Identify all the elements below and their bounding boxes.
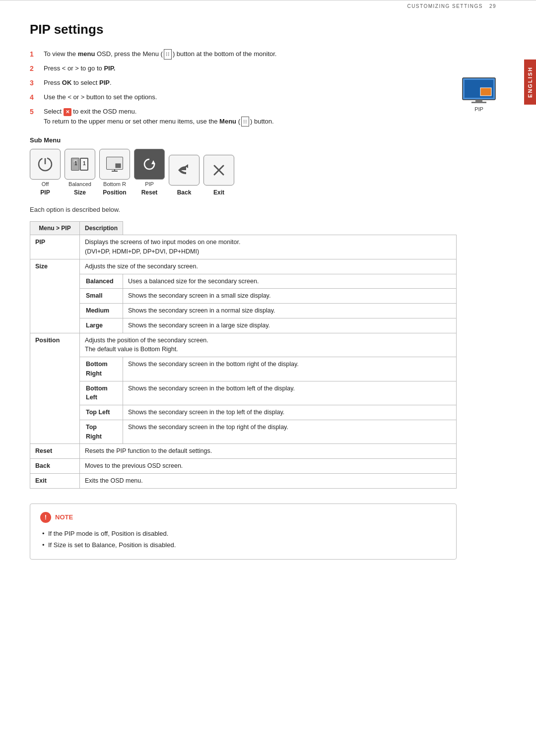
balanced-icon: 1 1: [70, 155, 90, 173]
pip-monitor-icon: [462, 77, 496, 104]
icon-item-balanced: 1 1 Balanced: [65, 149, 95, 187]
step-4: 4 Use the < or > button to set the optio…: [30, 92, 457, 103]
svg-rect-16: [116, 164, 121, 168]
table-row-exit: Exit Exits the OSD menu.: [30, 473, 457, 488]
table-desc-position: Adjusts the position of the secondary sc…: [80, 333, 457, 357]
icon-row: Off 1 1 Balanced: [30, 149, 457, 187]
table-subkey-bottom-left: BottomLeft: [80, 381, 123, 405]
step-1: 1 To view the menu OSD, press the Menu (…: [30, 49, 457, 60]
icon-label-pip-off-top: Off: [42, 181, 49, 187]
note-icon: !: [40, 512, 51, 523]
table-row-bottom-right: BottomRight Shows the secondary screen i…: [30, 357, 457, 381]
settings-table: Menu > PIP Description PIP Displays the …: [30, 221, 457, 488]
table-subkey-bottom-right: BottomRight: [80, 357, 123, 381]
pip-image-container: PIP: [462, 77, 496, 112]
position-icon: [105, 155, 125, 173]
table-desc-pip: Displays the screens of two input modes …: [80, 235, 457, 259]
note-item-2: If Size is set to Balance, Position is d…: [40, 539, 446, 551]
svg-marker-19: [151, 160, 155, 164]
step-2: 2 Press < or > to go to PIP.: [30, 63, 457, 74]
icon-item-pip: Off: [30, 149, 61, 187]
table-header-desc: Description: [80, 222, 123, 235]
table-key-reset: Reset: [30, 444, 80, 459]
label-exit: Exit: [203, 189, 234, 196]
table-row-back: Back Moves to the previous OSD screen.: [30, 459, 457, 474]
icon-bottom-labels: PIP Size Position Reset Back Exit: [30, 189, 457, 196]
icon-label-balanced-top: Balanced: [68, 181, 91, 187]
table-row-medium: Medium Shows the secondary screen in a n…: [30, 304, 457, 318]
table-subdesc-large: Shows the secondary screen in a large si…: [123, 318, 457, 333]
table-desc-reset: Resets the PIP function to the default s…: [80, 444, 457, 459]
step-3: 3 Press OK to select PIP.: [30, 78, 457, 88]
icon-item-position: Bottom R: [99, 149, 130, 187]
menu-icon-1: ⁝⁝: [164, 49, 172, 60]
icon-box-pip-off: [30, 149, 61, 180]
note-header: ! NOTE: [40, 512, 446, 523]
icon-label-position-top: Bottom R: [103, 181, 126, 187]
note-list: If the PIP mode is off, Position is disa…: [40, 528, 446, 551]
language-tab: ENGLISH: [524, 60, 536, 105]
table-subkey-balanced: Balanced: [80, 274, 123, 289]
page-number: 29: [489, 3, 496, 9]
table-subdesc-bottom-left: Shows the secondary screen in the bottom…: [123, 381, 457, 405]
label-pip: PIP: [30, 189, 61, 196]
top-bar: CUSTOMIZING SETTINGS 29: [0, 0, 536, 12]
x-icon: ✕: [64, 108, 71, 116]
reset-icon: [140, 155, 158, 173]
label-back: Back: [169, 189, 200, 196]
table-subdesc-top-left: Shows the secondary screen in the top le…: [123, 405, 457, 420]
table-key-position: Position: [30, 333, 80, 444]
label-size: Size: [65, 189, 95, 196]
table-row-top-left: Top Left Shows the secondary screen in t…: [30, 405, 457, 420]
icon-box-back: [169, 155, 200, 186]
table-subkey-large: Large: [80, 318, 123, 333]
table-subkey-top-left: Top Left: [80, 405, 123, 420]
icon-box-position: [99, 149, 130, 180]
note-box: ! NOTE If the PIP mode is off, Position …: [30, 504, 457, 560]
table-subkey-top-right: TopRight: [80, 420, 123, 444]
back-icon: [175, 161, 193, 179]
table-row-position: Position Adjusts the position of the sec…: [30, 333, 457, 357]
table-row-reset: Reset Resets the PIP function to the def…: [30, 444, 457, 459]
label-reset: Reset: [134, 189, 165, 196]
sub-menu-title: Sub Menu: [30, 136, 457, 144]
table-row-large: Large Shows the secondary screen in a la…: [30, 318, 457, 333]
page-title: PIP settings: [30, 22, 457, 37]
exit-icon: [210, 161, 228, 179]
table-desc-back: Moves to the previous OSD screen.: [80, 459, 457, 474]
menu-icon-2: ⁝⁝: [241, 117, 249, 127]
power-icon: [36, 155, 54, 173]
table-row-bottom-left: BottomLeft Shows the secondary screen in…: [30, 381, 457, 405]
table-subkey-small: Small: [80, 289, 123, 304]
icon-item-back: [169, 155, 200, 187]
table-key-exit: Exit: [30, 473, 80, 488]
table-header-menu: Menu > PIP: [30, 222, 80, 235]
table-subkey-medium: Medium: [80, 304, 123, 318]
table-desc-exit: Exits the OSD menu.: [80, 473, 457, 488]
table-key-size: Size: [30, 259, 80, 333]
table-subdesc-balanced: Uses a balanced size for the secondary s…: [123, 274, 457, 289]
table-row-pip: PIP Displays the screens of two input mo…: [30, 235, 457, 259]
icon-box-pip-reset: [134, 149, 165, 180]
icon-label-reset-top: PIP: [145, 181, 154, 187]
main-content: PIP settings 1 To view the menu OSD, pre…: [0, 12, 496, 579]
svg-rect-2: [480, 88, 491, 96]
svg-text:1: 1: [83, 161, 86, 166]
table-row-small: Small Shows the secondary screen in a sm…: [30, 289, 457, 304]
icon-item-pip-reset: PIP: [134, 149, 165, 187]
steps-list: 1 To view the menu OSD, press the Menu (…: [30, 49, 457, 126]
table-subdesc-bottom-right: Shows the secondary screen in the bottom…: [123, 357, 457, 381]
icon-item-exit: [203, 155, 234, 187]
table-subdesc-small: Shows the secondary screen in a small si…: [123, 289, 457, 304]
table-key-pip: PIP: [30, 235, 80, 259]
table-desc-size: Adjusts the size of the secondary screen…: [80, 259, 457, 274]
icon-box-exit: [203, 155, 234, 186]
note-item-1: If the PIP mode is off, Position is disa…: [40, 528, 446, 540]
label-position: Position: [99, 189, 130, 196]
step-5: 5 Select ✕ to exit the OSD menu. To retu…: [30, 107, 457, 126]
table-key-back: Back: [30, 459, 80, 474]
section-label: CUSTOMIZING SETTINGS: [407, 3, 483, 9]
note-title: NOTE: [55, 513, 73, 521]
table-subdesc-top-right: Shows the secondary screen in the top ri…: [123, 420, 457, 444]
table-subdesc-medium: Shows the secondary screen in a normal s…: [123, 304, 457, 318]
